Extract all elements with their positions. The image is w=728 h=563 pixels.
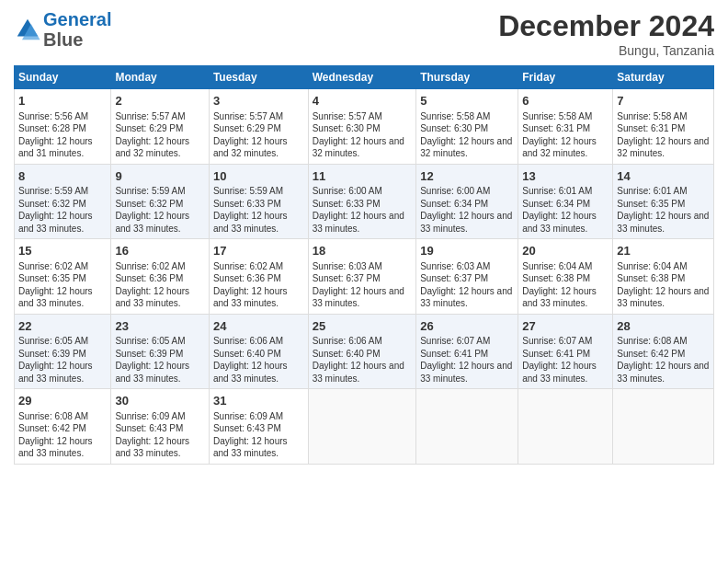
day-number: 6 xyxy=(522,93,609,109)
calendar-cell: 22Sunrise: 6:05 AMSunset: 6:39 PMDayligh… xyxy=(15,314,111,389)
day-number: 18 xyxy=(313,243,413,259)
day-number: 31 xyxy=(213,393,304,409)
daylight-label: Daylight: 12 hours and 33 minutes. xyxy=(18,286,93,309)
sunset-text: Sunset: 6:39 PM xyxy=(18,349,86,359)
calendar-week-row: 1Sunrise: 5:56 AMSunset: 6:28 PMDaylight… xyxy=(15,89,714,165)
title-block: December 2024 Bungu, Tanzania xyxy=(498,9,714,58)
daylight-label: Daylight: 12 hours and 31 minutes. xyxy=(18,136,93,159)
calendar-cell xyxy=(613,389,714,465)
daylight-label: Daylight: 12 hours and 33 minutes. xyxy=(420,361,512,384)
calendar-cell: 5Sunrise: 5:58 AMSunset: 6:30 PMDaylight… xyxy=(416,89,518,165)
sunrise-text: Sunrise: 6:06 AM xyxy=(313,336,382,346)
day-number: 5 xyxy=(420,93,514,109)
day-number: 11 xyxy=(313,168,413,185)
sunrise-text: Sunrise: 5:59 AM xyxy=(213,186,283,196)
day-number: 1 xyxy=(18,93,107,109)
day-number: 30 xyxy=(115,393,204,409)
calendar-cell: 9Sunrise: 5:59 AMSunset: 6:32 PMDaylight… xyxy=(111,164,209,239)
calendar-week-row: 15Sunrise: 6:02 AMSunset: 6:35 PMDayligh… xyxy=(15,239,714,315)
sunset-text: Sunset: 6:29 PM xyxy=(115,123,183,133)
daylight-label: Daylight: 12 hours and 33 minutes. xyxy=(213,211,288,234)
daylight-label: Daylight: 12 hours and 32 minutes. xyxy=(420,136,512,159)
daylight-label: Daylight: 12 hours and 33 minutes. xyxy=(213,286,288,309)
calendar-cell: 31Sunrise: 6:09 AMSunset: 6:43 PMDayligh… xyxy=(209,389,308,465)
sunrise-text: Sunrise: 6:01 AM xyxy=(522,186,592,196)
calendar-cell: 24Sunrise: 6:06 AMSunset: 6:40 PMDayligh… xyxy=(209,314,308,389)
sunset-text: Sunset: 6:38 PM xyxy=(617,273,685,283)
month-title: December 2024 xyxy=(498,9,714,43)
calendar-cell: 13Sunrise: 6:01 AMSunset: 6:34 PMDayligh… xyxy=(518,164,613,239)
sunrise-text: Sunrise: 6:02 AM xyxy=(18,261,88,271)
col-monday: Monday xyxy=(111,66,209,89)
location: Bungu, Tanzania xyxy=(498,43,714,58)
day-number: 17 xyxy=(213,243,304,259)
logo-text: General Blue xyxy=(43,9,111,50)
daylight-label: Daylight: 12 hours and 33 minutes. xyxy=(617,211,709,234)
sunrise-text: Sunrise: 6:08 AM xyxy=(18,411,88,421)
sunset-text: Sunset: 6:41 PM xyxy=(420,349,488,359)
sunrise-text: Sunrise: 6:09 AM xyxy=(213,411,283,421)
sunset-text: Sunset: 6:36 PM xyxy=(115,273,183,283)
day-number: 26 xyxy=(420,318,514,335)
day-number: 15 xyxy=(18,243,107,259)
sunset-text: Sunset: 6:43 PM xyxy=(115,423,183,433)
day-number: 29 xyxy=(18,393,107,409)
col-wednesday: Wednesday xyxy=(308,66,416,89)
sunrise-text: Sunrise: 5:57 AM xyxy=(213,111,283,121)
sunset-text: Sunset: 6:43 PM xyxy=(213,423,281,433)
daylight-label: Daylight: 12 hours and 33 minutes. xyxy=(213,361,288,384)
calendar-cell: 19Sunrise: 6:03 AMSunset: 6:37 PMDayligh… xyxy=(416,239,518,315)
day-number: 16 xyxy=(115,243,204,259)
calendar-week-row: 29Sunrise: 6:08 AMSunset: 6:42 PMDayligh… xyxy=(15,389,714,465)
daylight-label: Daylight: 12 hours and 33 minutes. xyxy=(313,361,404,384)
calendar-cell: 20Sunrise: 6:04 AMSunset: 6:38 PMDayligh… xyxy=(518,239,613,315)
day-number: 19 xyxy=(420,243,514,259)
daylight-label: Daylight: 12 hours and 33 minutes. xyxy=(617,286,709,309)
sunset-text: Sunset: 6:34 PM xyxy=(522,199,590,209)
calendar-week-row: 22Sunrise: 6:05 AMSunset: 6:39 PMDayligh… xyxy=(15,314,714,389)
calendar-cell: 1Sunrise: 5:56 AMSunset: 6:28 PMDaylight… xyxy=(15,89,111,165)
daylight-label: Daylight: 12 hours and 33 minutes. xyxy=(522,286,597,309)
sunset-text: Sunset: 6:30 PM xyxy=(420,123,488,133)
sunset-text: Sunset: 6:32 PM xyxy=(115,199,183,209)
daylight-label: Daylight: 12 hours and 32 minutes. xyxy=(115,136,189,159)
day-number: 27 xyxy=(522,318,609,335)
day-number: 3 xyxy=(213,93,304,109)
calendar-cell: 14Sunrise: 6:01 AMSunset: 6:35 PMDayligh… xyxy=(613,164,714,239)
calendar-cell: 25Sunrise: 6:06 AMSunset: 6:40 PMDayligh… xyxy=(308,314,416,389)
logo-general: General xyxy=(43,9,111,29)
sunrise-text: Sunrise: 6:06 AM xyxy=(213,336,283,346)
daylight-label: Daylight: 12 hours and 33 minutes. xyxy=(213,436,288,459)
sunrise-text: Sunrise: 6:03 AM xyxy=(313,261,382,271)
day-number: 24 xyxy=(213,318,304,335)
daylight-label: Daylight: 12 hours and 33 minutes. xyxy=(522,211,597,234)
calendar-cell: 23Sunrise: 6:05 AMSunset: 6:39 PMDayligh… xyxy=(111,314,209,389)
day-number: 10 xyxy=(213,168,304,185)
sunrise-text: Sunrise: 5:57 AM xyxy=(313,111,382,121)
sunrise-text: Sunrise: 6:05 AM xyxy=(115,336,185,346)
calendar-cell: 12Sunrise: 6:00 AMSunset: 6:34 PMDayligh… xyxy=(416,164,518,239)
day-number: 7 xyxy=(617,93,710,109)
calendar-cell: 2Sunrise: 5:57 AMSunset: 6:29 PMDaylight… xyxy=(111,89,209,165)
daylight-label: Daylight: 12 hours and 33 minutes. xyxy=(420,211,512,234)
sunset-text: Sunset: 6:34 PM xyxy=(420,199,488,209)
day-number: 23 xyxy=(115,318,204,335)
day-number: 9 xyxy=(115,168,204,185)
col-friday: Friday xyxy=(518,66,613,89)
daylight-label: Daylight: 12 hours and 32 minutes. xyxy=(313,136,404,159)
calendar-cell: 16Sunrise: 6:02 AMSunset: 6:36 PMDayligh… xyxy=(111,239,209,315)
day-number: 25 xyxy=(313,318,413,335)
daylight-label: Daylight: 12 hours and 33 minutes. xyxy=(313,211,404,234)
daylight-label: Daylight: 12 hours and 33 minutes. xyxy=(18,211,93,234)
calendar-cell: 28Sunrise: 6:08 AMSunset: 6:42 PMDayligh… xyxy=(613,314,714,389)
calendar-cell: 3Sunrise: 5:57 AMSunset: 6:29 PMDaylight… xyxy=(209,89,308,165)
day-number: 12 xyxy=(420,168,514,185)
calendar-cell: 8Sunrise: 5:59 AMSunset: 6:32 PMDaylight… xyxy=(15,164,111,239)
calendar-cell: 30Sunrise: 6:09 AMSunset: 6:43 PMDayligh… xyxy=(111,389,209,465)
sunrise-text: Sunrise: 6:02 AM xyxy=(115,261,185,271)
calendar-table: Sunday Monday Tuesday Wednesday Thursday… xyxy=(14,65,714,465)
col-saturday: Saturday xyxy=(613,66,714,89)
sunset-text: Sunset: 6:31 PM xyxy=(617,123,685,133)
daylight-label: Daylight: 12 hours and 33 minutes. xyxy=(522,361,597,384)
calendar-cell: 21Sunrise: 6:04 AMSunset: 6:38 PMDayligh… xyxy=(613,239,714,315)
